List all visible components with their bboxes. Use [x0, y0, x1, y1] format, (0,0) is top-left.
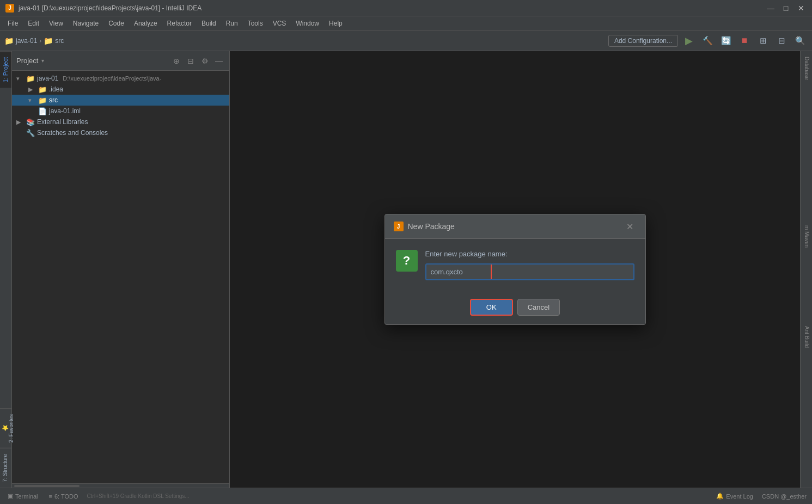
tree-item-iml[interactable]: 📄 java-01.iml [12, 106, 229, 116]
event-log-icon: 🔔 [716, 493, 724, 500]
menu-run[interactable]: Run [222, 19, 242, 28]
minimize-button[interactable]: — [765, 3, 776, 14]
folder-icon-idea: 📁 [38, 85, 47, 94]
sidebar-item-database[interactable]: Database [801, 51, 812, 85]
menu-file[interactable]: File [3, 19, 22, 28]
src-folder-icon: 📁 [44, 36, 53, 45]
close-button[interactable]: ✕ [796, 3, 807, 14]
tree-arrow-src: ▾ [28, 97, 36, 104]
tree-scrollbar[interactable] [14, 485, 80, 487]
tree-label-idea: .idea [49, 85, 63, 93]
breadcrumb-project[interactable]: java-01 [16, 37, 37, 45]
terminal-button[interactable]: ▣ Terminal [5, 491, 40, 501]
dialog-overlay: J New Package ✕ ? Enter new package name… [230, 51, 800, 488]
tree-item-extlibs[interactable]: ▶ 📚 External Libraries [12, 116, 229, 127]
menu-tools[interactable]: Tools [243, 19, 267, 28]
panel-title: Project [16, 57, 38, 65]
editor-area: Search Everywhere Double Shift Drop file… [230, 51, 800, 488]
dialog-right: Enter new package name: [425, 250, 634, 280]
tree-label-scratch: Scratches and Consoles [37, 129, 108, 137]
todo-button[interactable]: ≡ 6: TODO [47, 492, 81, 501]
package-name-typed[interactable] [426, 265, 492, 279]
panel-scroll-btn[interactable]: ⊟ [185, 55, 197, 67]
menu-analyze[interactable]: Analyze [130, 19, 162, 28]
right-side-tabs: Database m Maven Ant Build [800, 51, 812, 488]
title-bar-left: J java-01 [D:\xuexueziproject\ideaProjec… [5, 4, 202, 13]
tree-item-idea[interactable]: ▶ 📁 .idea [12, 84, 229, 95]
menu-code[interactable]: Code [104, 19, 129, 28]
panel-arrow[interactable]: ▾ [41, 58, 44, 64]
event-log-label: Event Log [726, 493, 753, 500]
panel-settings-btn[interactable]: ⚙ [199, 55, 211, 67]
gradle-info: Ctrl+Shift+19 Gradle Kotlin DSL Settings… [87, 493, 190, 499]
menu-build[interactable]: Build [197, 19, 221, 28]
new-package-dialog: J New Package ✕ ? Enter new package name… [384, 214, 646, 325]
src-folder-icon-tree: 📁 [38, 96, 47, 105]
sidebar-item-ant-build[interactable]: Ant Build [801, 321, 812, 353]
panel-add-btn[interactable]: ⊕ [170, 55, 182, 67]
scratch-icon: 🔧 [26, 128, 35, 137]
dialog-title-text: New Package [408, 222, 455, 231]
breadcrumb-sep1: › [39, 37, 41, 45]
terminal-label: Terminal [15, 493, 38, 500]
dialog-title-icon: J [394, 222, 404, 231]
terminal-icon: ▣ [8, 493, 13, 500]
menu-edit[interactable]: Edit [23, 19, 44, 28]
tree-label-iml: java-01.iml [49, 107, 81, 115]
toolbar: 📁 java-01 › 📁 src Add Configuration... ▶… [0, 30, 812, 51]
sidebar-item-project[interactable]: 1: Project [0, 51, 11, 88]
project-panel: Project ▾ ⊕ ⊟ ⚙ — ▾ 📁 java-01 D:\xuexuez… [12, 51, 230, 488]
ok-button[interactable]: OK [470, 299, 513, 316]
menu-refactor[interactable]: Refactor [163, 19, 196, 28]
dialog-content: ? Enter new package name: [396, 250, 634, 280]
tree-item-src[interactable]: ▾ 📁 src [12, 95, 229, 106]
menu-navigate[interactable]: Navigate [69, 19, 103, 28]
todo-icon: ≡ [49, 493, 52, 500]
panel-close-btn[interactable]: — [213, 55, 225, 67]
tree-label-extlibs: External Libraries [37, 118, 88, 126]
sidebar-item-favorites[interactable]: ⭐2: Favorites [0, 408, 11, 448]
window-title: java-01 [D:\xuexueziproject\ideaProjects… [19, 4, 202, 12]
reload-button[interactable]: 🔄 [718, 33, 734, 48]
menu-bar: File Edit View Navigate Code Analyze Ref… [0, 16, 812, 30]
tree-item-root[interactable]: ▾ 📁 java-01 D:\xuexueziproject\ideaProje… [12, 73, 229, 84]
status-right: 🔔 Event Log CSDN @_esther [714, 491, 807, 501]
status-bar: ▣ Terminal ≡ 6: TODO Ctrl+Shift+19 Gradl… [0, 488, 812, 504]
package-name-rest[interactable] [492, 265, 633, 279]
menu-help[interactable]: Help [325, 19, 347, 28]
tree-item-scratch[interactable]: 🔧 Scratches and Consoles [12, 127, 229, 138]
panel-tools: ⊕ ⊟ ⚙ — [170, 55, 225, 67]
dialog-buttons: OK Cancel [385, 291, 645, 324]
event-log-button[interactable]: 🔔 Event Log [714, 491, 755, 501]
more-button[interactable]: ⊞ [755, 33, 771, 48]
extlibs-icon: 📚 [26, 118, 35, 126]
tree-arrow-extlibs: ▶ [16, 119, 24, 126]
dialog-input-container [425, 263, 634, 280]
dialog-question-icon: ? [396, 250, 418, 272]
maximize-button[interactable]: □ [780, 3, 791, 14]
sidebar-item-structure[interactable]: 7: Structure [0, 448, 11, 488]
tree-label-root: java-01 [37, 75, 58, 82]
tree-label-src: src [49, 96, 58, 104]
folder-icon-root: 📁 [26, 74, 35, 83]
build-button[interactable]: 🔨 [700, 33, 715, 48]
search-everywhere-button[interactable]: 🔍 [792, 33, 808, 48]
menu-view[interactable]: View [45, 19, 68, 28]
sidebar-item-maven[interactable]: m Maven [801, 220, 812, 253]
add-configuration-button[interactable]: Add Configuration... [608, 35, 678, 47]
tree-arrow-root: ▾ [16, 75, 24, 82]
menu-vcs[interactable]: VCS [268, 19, 291, 28]
stop-button[interactable]: ■ [737, 33, 752, 48]
menu-window[interactable]: Window [291, 19, 323, 28]
dialog-close-button[interactable]: ✕ [624, 220, 637, 233]
project-tree: ▾ 📁 java-01 D:\xuexueziproject\ideaProje… [12, 71, 229, 483]
title-bar-controls: — □ ✕ [765, 3, 807, 14]
csdn-label: CSDN @_esther [762, 493, 807, 500]
breadcrumb-src[interactable]: src [55, 37, 64, 45]
tree-arrow-idea: ▶ [28, 86, 36, 93]
cancel-button[interactable]: Cancel [517, 299, 560, 316]
dialog-input-label: Enter new package name: [425, 250, 634, 258]
run-button[interactable]: ▶ [681, 33, 697, 48]
settings-button[interactable]: ⊟ [774, 33, 789, 48]
todo-label: 6: TODO [54, 493, 78, 500]
